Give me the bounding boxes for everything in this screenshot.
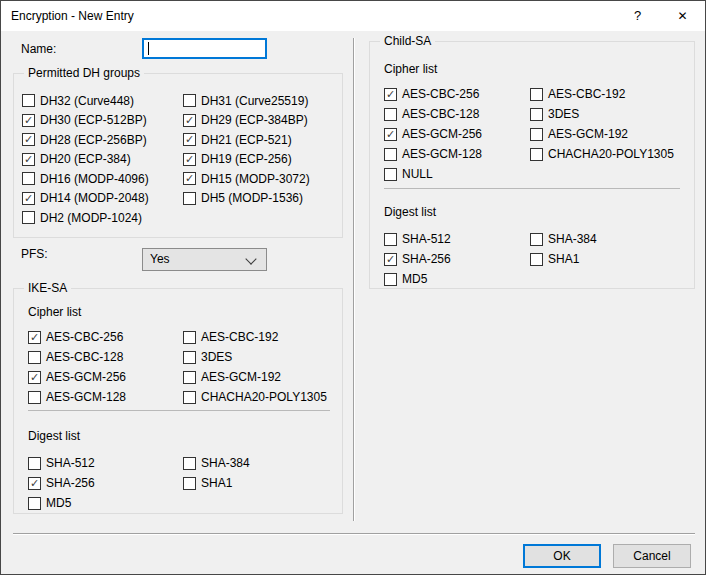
checkbox-item-dh19-ecp-256[interactable]: ✓DH19 (ECP-256): [183, 150, 310, 170]
window-title: Encryption - New Entry: [11, 1, 134, 31]
checkbox-item-dh31-curve25519[interactable]: DH31 (Curve25519): [183, 91, 310, 111]
checkbox-item-aes-gcm-192[interactable]: AES-GCM-192: [530, 124, 674, 144]
checkbox-item-dh29-ecp-384bp[interactable]: ✓DH29 (ECP-384BP): [183, 111, 310, 131]
checkbox-label: AES-CBC-128: [402, 107, 479, 121]
checkbox-item-dh30-ecp-512bp[interactable]: ✓DH30 (ECP-512BP): [22, 111, 183, 131]
close-button[interactable]: ✕: [660, 1, 705, 31]
unchecked-checkbox-icon[interactable]: [530, 108, 543, 121]
unchecked-checkbox-icon[interactable]: [530, 128, 543, 141]
checkbox-item-sha-256[interactable]: ✓SHA-256: [384, 249, 530, 269]
checkbox-item-aes-cbc-128[interactable]: AES-CBC-128: [28, 347, 183, 367]
checked-checkbox-icon[interactable]: ✓: [183, 172, 196, 185]
checked-checkbox-icon[interactable]: ✓: [28, 477, 41, 490]
checkbox-item-aes-cbc-192[interactable]: AES-CBC-192: [183, 327, 327, 347]
cancel-button[interactable]: Cancel: [613, 544, 691, 568]
checkbox-label: SHA-384: [201, 456, 250, 470]
checkbox-item-aes-gcm-128[interactable]: AES-GCM-128: [384, 144, 530, 164]
unchecked-checkbox-icon[interactable]: [384, 168, 397, 181]
pfs-dropdown[interactable]: Yes: [142, 248, 267, 271]
unchecked-checkbox-icon[interactable]: [183, 457, 196, 470]
unchecked-checkbox-icon[interactable]: [183, 331, 196, 344]
checkbox-label: AES-GCM-256: [46, 370, 126, 384]
titlebar[interactable]: Encryption - New Entry ? ✕: [1, 1, 705, 31]
unchecked-checkbox-icon[interactable]: [530, 88, 543, 101]
checkbox-item-aes-cbc-128[interactable]: AES-CBC-128: [384, 104, 530, 124]
checkbox-label: SHA1: [548, 252, 579, 266]
checkbox-label: DH20 (ECP-384): [40, 152, 131, 166]
child-sa-groupbox: Child-SA Cipher list ✓AES-CBC-256AES-CBC…: [369, 41, 695, 289]
checkbox-item-chacha20-poly1305[interactable]: CHACHA20-POLY1305: [183, 387, 327, 407]
checkbox-item-chacha20-poly1305[interactable]: CHACHA20-POLY1305: [530, 144, 674, 164]
checkbox-label: AES-GCM-192: [201, 370, 281, 384]
unchecked-checkbox-icon[interactable]: [22, 94, 35, 107]
checked-checkbox-icon[interactable]: ✓: [22, 114, 35, 127]
checkbox-item-dh16-modp-4096[interactable]: DH16 (MODP-4096): [22, 169, 183, 189]
name-input[interactable]: [142, 38, 267, 59]
checked-checkbox-icon[interactable]: ✓: [22, 153, 35, 166]
checkbox-item-3des[interactable]: 3DES: [530, 104, 674, 124]
checkbox-item-aes-cbc-256[interactable]: ✓AES-CBC-256: [384, 84, 530, 104]
checked-checkbox-icon[interactable]: ✓: [384, 88, 397, 101]
checked-checkbox-icon[interactable]: ✓: [22, 133, 35, 146]
name-label: Name:: [21, 42, 56, 56]
checkbox-label: AES-CBC-192: [548, 87, 625, 101]
checked-checkbox-icon[interactable]: ✓: [183, 114, 196, 127]
checkbox-item-md5[interactable]: MD5: [384, 269, 530, 289]
unchecked-checkbox-icon[interactable]: [28, 457, 41, 470]
checked-checkbox-icon[interactable]: ✓: [22, 192, 35, 205]
help-button[interactable]: ?: [615, 1, 660, 31]
checkbox-item-dh28-ecp-256bp[interactable]: ✓DH28 (ECP-256BP): [22, 130, 183, 150]
checkbox-item-sha-512[interactable]: SHA-512: [28, 453, 183, 473]
unchecked-checkbox-icon[interactable]: [183, 192, 196, 205]
checked-checkbox-icon[interactable]: ✓: [183, 153, 196, 166]
unchecked-checkbox-icon[interactable]: [28, 351, 41, 364]
checked-checkbox-icon[interactable]: ✓: [28, 331, 41, 344]
checkbox-item-dh5-modp-1536[interactable]: DH5 (MODP-1536): [183, 189, 310, 209]
unchecked-checkbox-icon[interactable]: [22, 172, 35, 185]
checked-checkbox-icon[interactable]: ✓: [384, 253, 397, 266]
unchecked-checkbox-icon[interactable]: [384, 273, 397, 286]
checkbox-item-sha1[interactable]: SHA1: [530, 249, 597, 269]
checkbox-item-aes-cbc-192[interactable]: AES-CBC-192: [530, 84, 674, 104]
checked-checkbox-icon[interactable]: ✓: [183, 133, 196, 146]
unchecked-checkbox-icon[interactable]: [384, 108, 397, 121]
unchecked-checkbox-icon[interactable]: [384, 148, 397, 161]
unchecked-checkbox-icon[interactable]: [183, 477, 196, 490]
unchecked-checkbox-icon[interactable]: [530, 253, 543, 266]
unchecked-checkbox-icon[interactable]: [183, 391, 196, 404]
checkbox-item-sha1[interactable]: SHA1: [183, 473, 250, 493]
unchecked-checkbox-icon[interactable]: [530, 148, 543, 161]
unchecked-checkbox-icon[interactable]: [530, 233, 543, 246]
checkbox-item-sha-512[interactable]: SHA-512: [384, 229, 530, 249]
checkbox-item-null[interactable]: NULL: [384, 164, 530, 184]
checkbox-item-aes-gcm-128[interactable]: AES-GCM-128: [28, 387, 183, 407]
checkbox-item-sha-384[interactable]: SHA-384: [183, 453, 250, 473]
checkbox-item-dh21-ecp-521[interactable]: ✓DH21 (ECP-521): [183, 130, 310, 150]
unchecked-checkbox-icon[interactable]: [183, 94, 196, 107]
checked-checkbox-icon[interactable]: ✓: [28, 371, 41, 384]
checkbox-item-aes-gcm-256[interactable]: ✓AES-GCM-256: [28, 367, 183, 387]
checkbox-item-dh14-modp-2048[interactable]: ✓DH14 (MODP-2048): [22, 189, 183, 209]
checked-checkbox-icon[interactable]: ✓: [384, 128, 397, 141]
ok-button[interactable]: OK: [523, 544, 601, 568]
checkbox-item-dh15-modp-3072[interactable]: ✓DH15 (MODP-3072): [183, 169, 310, 189]
child-cipher-checklist: ✓AES-CBC-256AES-CBC-128✓AES-GCM-256AES-G…: [384, 84, 674, 184]
unchecked-checkbox-icon[interactable]: [22, 211, 35, 224]
checkbox-item-aes-cbc-256[interactable]: ✓AES-CBC-256: [28, 327, 183, 347]
checkbox-item-aes-gcm-256[interactable]: ✓AES-GCM-256: [384, 124, 530, 144]
checkbox-item-3des[interactable]: 3DES: [183, 347, 327, 367]
checkbox-item-dh2-modp-1024[interactable]: DH2 (MODP-1024): [22, 208, 183, 228]
unchecked-checkbox-icon[interactable]: [28, 391, 41, 404]
checkbox-label: MD5: [402, 272, 427, 286]
checkbox-item-sha-256[interactable]: ✓SHA-256: [28, 473, 183, 493]
checkbox-item-sha-384[interactable]: SHA-384: [530, 229, 597, 249]
checkbox-item-aes-gcm-192[interactable]: AES-GCM-192: [183, 367, 327, 387]
unchecked-checkbox-icon[interactable]: [384, 233, 397, 246]
checkbox-item-dh20-ecp-384[interactable]: ✓DH20 (ECP-384): [22, 150, 183, 170]
checkbox-item-dh32-curve448[interactable]: DH32 (Curve448): [22, 91, 183, 111]
unchecked-checkbox-icon[interactable]: [28, 497, 41, 510]
checkbox-item-md5[interactable]: MD5: [28, 493, 183, 513]
unchecked-checkbox-icon[interactable]: [183, 371, 196, 384]
ike-digest-checklist: SHA-512✓SHA-256MD5SHA-384SHA1: [28, 453, 250, 513]
unchecked-checkbox-icon[interactable]: [183, 351, 196, 364]
